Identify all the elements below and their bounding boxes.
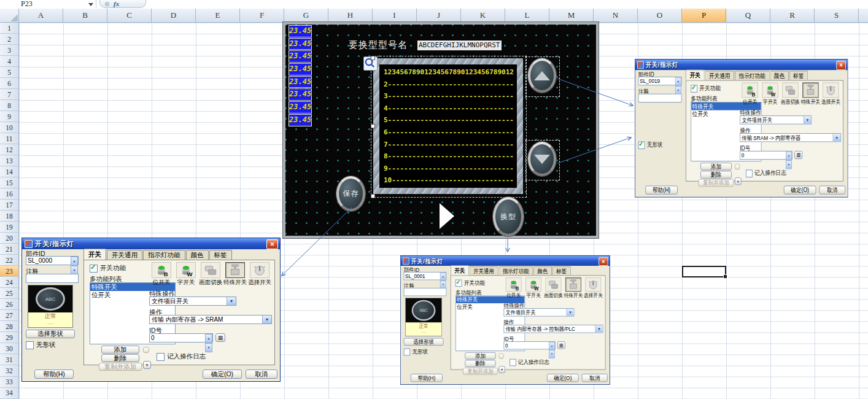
column-header[interactable]: J <box>417 9 461 22</box>
row-header[interactable]: 23 <box>0 266 18 277</box>
icon-bit-switch[interactable]: 位开关 <box>740 82 760 106</box>
column-header[interactable]: K <box>461 9 505 22</box>
delete-button[interactable]: 删除 <box>101 354 139 362</box>
no-shape-checkbox[interactable]: 无形状 <box>638 141 663 149</box>
fx-icon[interactable]: fx <box>114 0 119 7</box>
address-keypad-button[interactable] <box>215 333 225 342</box>
column-header[interactable]: E <box>196 9 240 22</box>
icon-bit-switch[interactable]: 位开关 <box>503 277 523 300</box>
move-up-button[interactable] <box>143 347 149 353</box>
tab-switch-common[interactable]: 开关通用 <box>107 250 142 260</box>
comment-input[interactable] <box>26 274 79 283</box>
tab-switch[interactable]: 开关 <box>451 265 469 275</box>
row-header[interactable]: 1 <box>0 23 18 34</box>
selection-handle[interactable] <box>371 56 375 60</box>
tab-lamp-function[interactable]: 指示灯功能 <box>735 71 769 80</box>
ok-button[interactable]: 确定(O) <box>203 370 242 379</box>
cancel-button[interactable]: 取消 <box>819 185 845 194</box>
comment-input[interactable] <box>638 94 682 103</box>
move-up-button[interactable] <box>735 164 740 170</box>
icon-screen-change[interactable]: 画面切换 <box>198 262 223 287</box>
row-header[interactable]: 22 <box>0 255 18 266</box>
help-button[interactable]: 帮助(H) <box>34 370 74 379</box>
spinner-icon[interactable] <box>440 273 446 280</box>
icon-special-switch[interactable]: 特殊开关 <box>800 82 821 106</box>
row-header[interactable]: 7 <box>0 89 18 100</box>
numeric-display[interactable]: 23.45 <box>289 114 312 126</box>
column-header[interactable]: L <box>505 9 549 22</box>
spinner-icon[interactable] <box>675 77 681 85</box>
file-item-row[interactable]: 9------------------------------- <box>384 163 517 175</box>
row-header[interactable]: 12 <box>0 144 18 155</box>
column-header[interactable]: S <box>815 9 859 22</box>
file-item-row[interactable]: 12345678901234567890123456789012 <box>384 66 517 79</box>
row-header[interactable]: 5 <box>0 67 18 78</box>
special-op-dropdown[interactable]: 文件项目开关 <box>149 296 236 306</box>
column-header[interactable]: B <box>63 9 107 22</box>
tab-label[interactable]: 标签 <box>552 266 570 275</box>
close-icon[interactable] <box>266 239 278 249</box>
more-options-button[interactable] <box>735 177 742 185</box>
icon-screen-change[interactable]: 画面切换 <box>780 82 800 106</box>
column-header[interactable]: F <box>240 9 284 22</box>
icon-select-switch[interactable]: 选择开关 <box>821 82 841 106</box>
row-header[interactable]: 19 <box>0 222 18 233</box>
log-checkbox[interactable]: 记入操作日志 <box>746 169 786 177</box>
numeric-display[interactable]: 23.45 <box>289 38 312 50</box>
tab-switch[interactable]: 开关 <box>686 69 704 80</box>
file-item-list-widget[interactable]: 12345678901234567890123456789012 2------… <box>373 58 523 194</box>
row-header[interactable]: 34 <box>0 388 18 399</box>
dialog-titlebar[interactable]: 开关/指示灯 <box>22 238 280 249</box>
row-header[interactable]: 30 <box>0 343 18 354</box>
row-header[interactable]: 14 <box>0 166 18 177</box>
row-header[interactable]: 16 <box>0 188 18 200</box>
name-box[interactable]: P23 <box>0 0 96 8</box>
select-shape-button[interactable]: 选择形状 <box>26 330 75 338</box>
icon-word-switch[interactable]: 字开关 <box>760 82 780 106</box>
switch-function-checkbox[interactable]: 开关功能 <box>691 84 721 92</box>
icon-select-switch[interactable]: 选择开关 <box>247 262 272 287</box>
chevron-down-icon[interactable] <box>227 297 236 305</box>
tab-color[interactable]: 颜色 <box>533 266 552 275</box>
play-triangle-icon[interactable] <box>440 203 454 229</box>
delete-button[interactable]: 删除 <box>465 360 495 367</box>
switch-function-checkbox[interactable]: 开关功能 <box>455 279 485 287</box>
hmi-screen-panel[interactable]: 23.45 23.45 23.45 23.45 23.45 23.45 23.4… <box>283 22 599 238</box>
numeric-display[interactable]: 23.45 <box>289 63 312 76</box>
id-spinner[interactable]: 0 <box>149 333 213 343</box>
chevron-down-icon[interactable] <box>567 309 574 316</box>
column-header[interactable]: P <box>682 9 726 22</box>
row-header[interactable]: 6 <box>0 78 18 89</box>
file-item-row[interactable]: 10------------------------------ <box>384 174 517 187</box>
id-spinner[interactable]: 0 <box>740 151 792 160</box>
spinner-icon[interactable] <box>786 152 792 159</box>
numeric-display[interactable]: 23.45 <box>289 101 312 114</box>
help-button[interactable]: 帮助(H) <box>645 185 678 194</box>
more-options-button[interactable] <box>498 366 505 373</box>
part-id-combo[interactable]: SL_0001 <box>404 272 447 280</box>
column-header[interactable]: R <box>770 9 815 22</box>
file-item-row[interactable]: 6------------------------------- <box>384 126 517 139</box>
numeric-display[interactable]: 23.45 <box>289 25 312 37</box>
close-icon[interactable] <box>599 257 608 266</box>
log-checkbox[interactable]: 记入操作日志 <box>510 358 549 366</box>
row-header[interactable]: 18 <box>0 211 18 222</box>
help-button[interactable]: 帮助(H) <box>411 374 443 382</box>
no-shape-checkbox[interactable]: 无形状 <box>26 341 56 349</box>
more-options-button[interactable] <box>143 361 151 369</box>
model-change-button[interactable]: 换型 <box>493 197 524 236</box>
column-header[interactable]: C <box>107 9 152 22</box>
spinner-icon[interactable] <box>549 342 555 349</box>
save-button[interactable]: 保存 <box>336 176 365 211</box>
model-name-display[interactable]: ABCDEFGHIJKLMNOPQRST <box>417 41 502 50</box>
row-header[interactable]: 3 <box>0 45 18 56</box>
switch-function-checkbox[interactable]: 开关功能 <box>90 264 126 273</box>
file-item-row[interactable]: 5------------------------------- <box>384 114 517 126</box>
cancel-button[interactable]: 取消 <box>246 370 277 379</box>
file-item-row[interactable]: 2------------------------------- <box>384 79 517 91</box>
row-header[interactable]: 31 <box>0 354 18 365</box>
column-header[interactable]: G <box>284 9 328 22</box>
special-op-dropdown[interactable]: 文件项目开关 <box>503 308 574 316</box>
icon-word-switch[interactable]: 字开关 <box>174 262 198 287</box>
chevron-down-icon[interactable] <box>804 116 811 123</box>
